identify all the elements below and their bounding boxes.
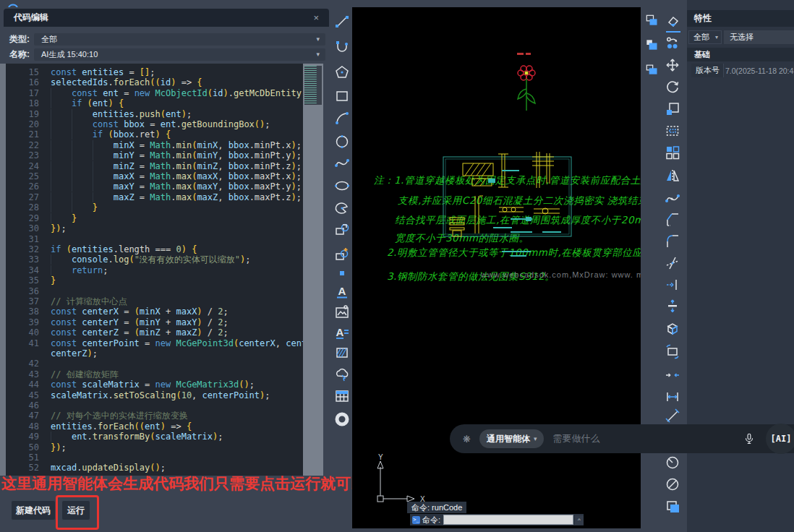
paste-block-icon[interactable] (644, 38, 659, 52)
properties-title: 特性 (687, 10, 794, 27)
partial-toolbar-icon (7, 0, 19, 7)
ucs-y-label: Y (378, 454, 383, 461)
command-input[interactable] (443, 515, 573, 525)
move-icon[interactable] (664, 56, 681, 74)
block-insert-icon[interactable] (333, 221, 351, 239)
distance-icon[interactable] (664, 388, 681, 406)
ellipse-arc-icon[interactable] (333, 200, 351, 217)
rectangle-icon[interactable] (333, 87, 351, 105)
block-create-icon[interactable] (333, 246, 351, 263)
code-line: 18 if (ent) { (6, 98, 303, 108)
new-code-button[interactable]: 新建代码 (11, 500, 56, 520)
code-line: 38const centerX = (minX + maxX) / 2; (6, 306, 303, 317)
dim-radius-icon[interactable] (664, 454, 681, 471)
polyline-arc-icon[interactable] (333, 38, 351, 55)
agent-name: 通用智能体 (487, 433, 530, 445)
agent-select[interactable]: 通用智能体 ▾ (479, 429, 545, 448)
paste-origin-icon[interactable] (644, 62, 659, 77)
mtext-icon[interactable]: A (333, 324, 351, 341)
run-button[interactable]: 运行 (61, 500, 90, 520)
code-line: 32if (entities.length === 0) { (6, 244, 303, 254)
image-icon[interactable] (333, 304, 351, 321)
flower-symbol (511, 47, 543, 112)
code-line: 25 maxX = Math.max(maxX, bbox.maxPt.x); (6, 171, 303, 181)
box-3d-icon[interactable] (664, 320, 681, 338)
active-tool-underline (666, 31, 680, 33)
paste-icon[interactable] (644, 13, 659, 27)
code-line: 17 const ent = new McObjectId(id).getMcD… (6, 88, 303, 98)
spline-edit-icon[interactable] (664, 190, 681, 207)
code-line: 21 if (bbox.ret) { (6, 129, 303, 140)
trim-icon[interactable] (664, 254, 681, 272)
chamfer-icon[interactable] (664, 211, 681, 228)
properties-section-basic[interactable]: 基础 (687, 48, 794, 61)
code-line: 29 } (6, 213, 303, 223)
scale-icon[interactable] (664, 100, 681, 118)
code-line: 24 minZ = Math.min(minZ, bbox.minPt.z); (6, 161, 303, 171)
array-icon[interactable] (664, 144, 681, 161)
code-line: 35} (6, 275, 303, 286)
mirror-icon[interactable] (664, 167, 681, 184)
code-line: 43// 创建缩放矩阵 (6, 369, 303, 379)
version-value: 7.0(2025-11-18 20:48 0 (725, 64, 794, 77)
revision-cloud-icon[interactable] (333, 366, 351, 383)
name-label: 名称: (9, 48, 34, 61)
code-line: 42 (6, 359, 303, 369)
table-icon[interactable] (333, 387, 351, 405)
extend-icon[interactable] (664, 276, 681, 293)
minimap-content (304, 66, 322, 105)
eraser-icon[interactable] (664, 13, 681, 30)
code-line: 27 maxZ = Math.max(maxZ, bbox.maxPt.z); (6, 192, 303, 202)
microphone-icon[interactable] (743, 432, 756, 445)
layers-icon[interactable] (664, 498, 681, 515)
type-select-value: 全部 (41, 34, 57, 45)
text-icon[interactable]: A (333, 283, 351, 301)
ai-agent-button[interactable]: [AI] (766, 424, 794, 454)
spline-icon[interactable] (333, 155, 351, 172)
code-line: 28 } (6, 202, 303, 213)
code-line: 22 minX = Math.min(minX, bbox.minPt.x); (6, 140, 303, 150)
dim-aligned-icon[interactable] (664, 408, 681, 425)
code-line: 39const centerY = (minY + maxY) / 2; (6, 317, 303, 327)
app-root: 代码编辑 × 类型: 全部 ▾ 名称: AI生成 15:40:10 ▾ 15co… (0, 0, 794, 532)
chat-input[interactable]: 需要做什么 (552, 432, 743, 445)
panel-left-strip (0, 64, 6, 476)
version-label: 版本号 (691, 64, 724, 77)
dim-diameter-icon[interactable] (664, 476, 681, 493)
code-line: 33 console.log("没有有效的实体可以缩放"); (6, 254, 303, 265)
copy-icon[interactable] (664, 35, 681, 52)
caret-up-icon[interactable]: ^ (575, 515, 584, 525)
polygon-icon[interactable] (333, 64, 351, 81)
hatch-icon[interactable] (333, 344, 351, 361)
arc-icon[interactable] (333, 109, 351, 126)
chevron-down-icon: ▾ (316, 35, 320, 43)
join-icon[interactable] (664, 366, 681, 384)
tutorial-annotation: 这里通用智能体会生成代码我们只需要点击运行就可以了 (1, 473, 357, 494)
detail-drawing (439, 152, 576, 260)
selection-status: 无选择 (724, 30, 794, 44)
svg-text:A: A (336, 326, 344, 338)
properties-filter-select[interactable]: 全部 ▾ (688, 30, 722, 44)
chevron-down-icon: ▾ (534, 435, 537, 442)
code-editor[interactable]: 15const entities = [];16selectedIds.forE… (6, 64, 303, 476)
point-icon[interactable] (333, 265, 351, 282)
fillet-icon[interactable] (664, 233, 681, 250)
code-line: 36 (6, 286, 303, 296)
ellipse-icon[interactable] (333, 177, 351, 194)
name-select[interactable]: AI生成 15:40:10 ▾ (34, 48, 325, 61)
stretch-icon[interactable] (664, 122, 681, 140)
circle-icon[interactable] (333, 133, 351, 150)
code-line: 47// 对每个选中的实体进行缩放变换 (6, 411, 303, 421)
type-select[interactable]: 全部 ▾ (34, 33, 325, 46)
rotate-icon[interactable] (664, 78, 681, 95)
line-icon[interactable] (333, 13, 351, 30)
svg-text:A: A (338, 285, 346, 297)
offset-icon[interactable] (664, 297, 681, 314)
code-line: 31 (6, 234, 303, 244)
minimap[interactable] (303, 64, 323, 476)
rotate-rect-icon[interactable] (664, 343, 681, 360)
close-icon[interactable]: × (313, 12, 319, 23)
code-line: 49 ent.transformBy(scaleMatrix); (6, 432, 303, 442)
donut-icon[interactable] (333, 411, 351, 428)
code-line: 41const centerPoint = new McGePoint3d(ce… (6, 338, 303, 348)
